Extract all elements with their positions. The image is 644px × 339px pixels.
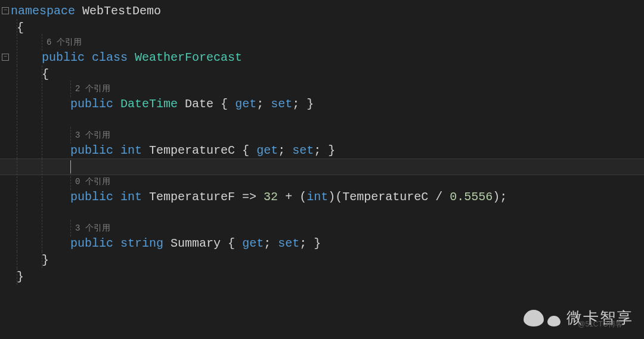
wechat-icon [547,316,561,326]
code-line[interactable]: { [0,19,644,36]
codelens-refs[interactable]: 3 个引用 [75,130,110,141]
collapse-icon[interactable]: − [2,7,9,14]
class-name: WeatherForecast [135,51,242,64]
type-datetime: DateTime [120,97,178,111]
prop-summary: Summary [171,237,221,250]
keyword-class: class [92,51,128,64]
code-line[interactable] [0,112,644,129]
codelens-refs[interactable]: 0 个引用 [75,176,110,187]
text-cursor [70,160,71,173]
brace: } [17,270,24,284]
codelens-refs[interactable]: 6 个引用 [47,37,82,48]
collapse-icon[interactable]: − [2,54,9,61]
brace: { [17,21,24,35]
code-line[interactable]: − public class WeatherForecast [0,49,644,66]
keyword-public: public [42,51,85,64]
code-line[interactable]: { [0,66,644,82]
code-line[interactable]: } [0,268,644,285]
namespace-name: WebTestDemo [75,4,161,18]
wechat-icon [524,310,544,326]
codelens-refs[interactable]: 2 个引用 [75,83,110,94]
prop-tempf: TemperatureF [149,190,235,204]
prop-date: Date [185,97,213,111]
fold-gutter[interactable]: − [0,54,11,61]
codelens-line[interactable]: 0 个引用 [0,175,644,188]
code-line[interactable]: public int TemperatureC { get; set; } [0,142,644,158]
watermark: 微卡智享 @51CTO博客 [524,307,633,328]
code-editor[interactable]: − namespace WebTestDemo { 6 个引用 − public… [0,0,644,285]
type-int: int [120,144,142,157]
codelens-line[interactable]: 2 个引用 [0,82,644,95]
codelens-refs[interactable]: 3 个引用 [75,223,110,234]
codelens-line[interactable]: 3 个引用 [0,129,644,142]
code-line[interactable]: public int TemperatureF => 32 + (int)(Te… [0,188,644,205]
fold-gutter[interactable]: − [0,7,11,14]
type-string: string [120,237,163,250]
codelens-line[interactable]: 3 个引用 [0,222,644,235]
watermark-sub: @51CTO博客 [578,319,623,329]
code-line[interactable] [0,205,644,222]
keyword-namespace: namespace [11,4,75,18]
brace: { [42,67,49,81]
codelens-line[interactable]: 6 个引用 [0,36,644,49]
code-line[interactable]: } [0,251,644,268]
cursor-line[interactable] [0,158,644,175]
code-line[interactable]: − namespace WebTestDemo [0,2,644,19]
brace: } [42,253,49,267]
code-line[interactable]: public string Summary { get; set; } [0,235,644,251]
prop-tempc: TemperatureC [149,144,235,157]
code-line[interactable]: public DateTime Date { get; set; } [0,95,644,112]
